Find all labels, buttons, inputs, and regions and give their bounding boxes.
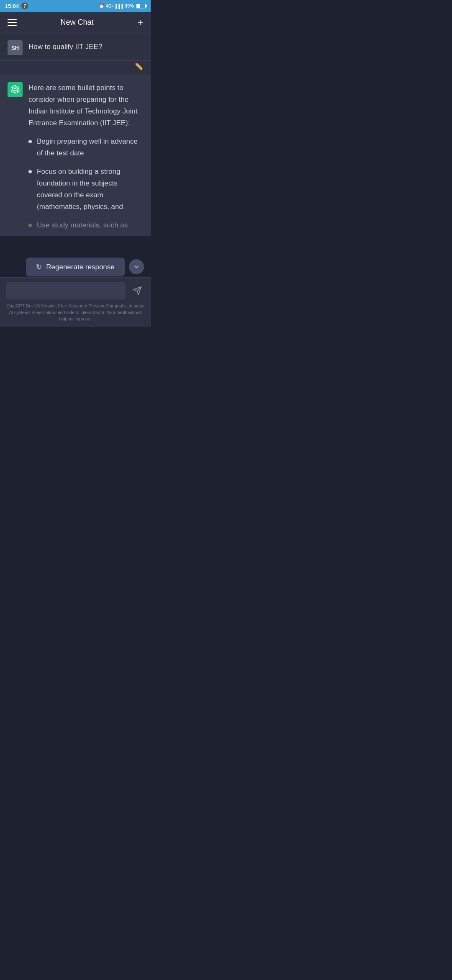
regenerate-button[interactable]: ↻ Regenerate response (26, 258, 125, 276)
nav-title: New Chat (60, 18, 93, 27)
bullet-item-2-text: Focus on building a strong foundation in… (37, 166, 143, 213)
ai-intro-text: Here are some bullet points to consider … (28, 82, 143, 129)
regenerate-icon: ↻ (36, 263, 42, 271)
bullet-list: Begin preparing well in advance of the t… (28, 136, 143, 213)
chat-input-area (0, 277, 151, 304)
edit-message-icon[interactable]: ✏️ (135, 62, 143, 70)
faded-bullet: Use study materials, such as (28, 219, 143, 235)
user-message-container: SH How to qualify IIT JEE? (0, 34, 151, 61)
chat-input[interactable] (6, 282, 126, 299)
status-right: ⏰ 4G+▐▐▐ 39% (99, 3, 146, 9)
alarm-icon: ⏰ (99, 3, 105, 9)
bullet-item-1-text: Begin preparing well in advance of the t… (37, 136, 143, 159)
list-item: Begin preparing well in advance of the t… (28, 136, 143, 159)
send-button[interactable] (130, 283, 145, 298)
faded-bullet-dot (28, 224, 32, 227)
signal-icons: 4G+▐▐▐ (106, 4, 123, 8)
list-item: Focus on building a strong foundation in… (28, 166, 143, 213)
ai-response-text: Here are some bullet points to consider … (28, 82, 143, 236)
ai-avatar (8, 82, 23, 97)
regenerate-label: Regenerate response (46, 263, 115, 271)
new-chat-button[interactable]: + (137, 18, 143, 28)
menu-button[interactable] (8, 19, 17, 26)
bullet-dot (28, 170, 32, 173)
faded-bullet-text: Use study materials, such as (37, 219, 128, 231)
edit-icon-container: ✏️ (0, 61, 151, 75)
battery-percentage: 39% (125, 3, 134, 8)
footer: ChatGPT Dec 15 Version. Free Research Pr… (0, 300, 151, 327)
battery-bar (136, 4, 146, 8)
status-time: 15:04 (5, 3, 19, 9)
chatgpt-logo-icon (10, 85, 20, 94)
notification-badge: 7 (21, 3, 28, 9)
chevron-down-icon (133, 263, 140, 271)
footer-link[interactable]: ChatGPT Dec 15 Version (6, 303, 56, 308)
top-nav: New Chat + (0, 12, 151, 34)
ai-header: Here are some bullet points to consider … (8, 82, 143, 236)
bullet-dot (28, 140, 32, 143)
user-avatar: SH (8, 40, 23, 55)
battery-fill (137, 4, 140, 8)
ai-response-container: Here are some bullet points to consider … (0, 75, 151, 236)
status-bar: 15:04 7 ⏰ 4G+▐▐▐ 39% (0, 0, 151, 12)
scroll-down-button[interactable] (129, 259, 144, 274)
battery-nub (146, 5, 147, 7)
user-question: How to qualify IIT JEE? (28, 40, 143, 52)
send-icon (133, 286, 142, 295)
